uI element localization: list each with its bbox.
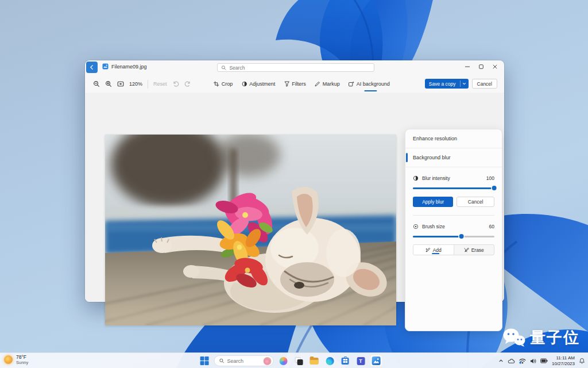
taskbar: 78°F Sunny [0,352,588,368]
task-view-icon [295,357,303,365]
blur-intensity-value: 100 [486,175,494,181]
filters-icon [284,81,289,87]
ai-background-icon [349,81,354,87]
add-brush-button[interactable]: Add [413,245,454,255]
back-button[interactable] [86,62,98,73]
minimize-button[interactable] [461,62,474,72]
battery-icon[interactable] [540,358,548,363]
zoom-level[interactable]: 120% [129,81,142,87]
tray-clock[interactable]: 11:11 AM 10/27/2023 [552,355,575,367]
volume-icon[interactable] [530,358,536,364]
cancel-blur-button[interactable]: Cancel [457,197,494,207]
notification-bell-icon[interactable] [579,358,585,364]
taskbar-teams[interactable]: T [355,355,367,367]
brush-mode-toggle: Add Erase [413,244,494,255]
search-highlight-image [264,357,272,365]
brush-slider-thumb[interactable] [459,234,464,239]
blur-intensity-icon [413,175,419,181]
taskbar-task-view[interactable] [293,355,305,367]
chevron-down-icon [462,82,466,86]
reset-button[interactable]: Reset [153,81,167,87]
tray-chevron-up-icon[interactable] [498,358,504,363]
erase-pen-icon [464,247,469,252]
markup-button[interactable]: Markup [315,75,340,93]
background-blur-section[interactable]: Background blur [405,148,502,167]
selected-section-indicator [406,153,408,162]
photos-window: Filename09.jpg [85,60,504,302]
active-tab-indicator [364,90,377,92]
maximize-icon [479,64,483,69]
watermark-text: 量子位 [530,327,580,348]
desktop: Filename09.jpg [0,0,588,368]
photos-logo-icon [102,63,109,70]
file-tab[interactable]: Filename09.jpg [102,63,147,70]
erase-brush-button[interactable]: Erase [454,245,494,255]
save-a-copy-button[interactable]: Save a copy [425,79,469,89]
edit-toolbar: 120% Reset Crop [85,75,504,93]
edge-icon [326,357,334,365]
network-icon[interactable] [519,358,526,364]
copilot-icon [279,357,287,365]
adjustment-button[interactable]: Adjustment [241,75,275,93]
photo-scene [105,135,396,325]
teams-icon: T [357,357,365,365]
adjustment-icon [241,81,247,87]
back-arrow-icon [89,64,95,70]
cancel-edit-button[interactable]: Cancel [472,79,497,89]
ai-background-button[interactable]: AI background [349,75,390,93]
taskbar-store[interactable] [339,355,351,367]
close-button[interactable] [488,62,502,72]
filters-button[interactable]: Filters [284,75,306,93]
taskbar-search[interactable] [214,355,274,366]
add-pen-icon [425,247,431,252]
blur-intensity-label: Blur intensity [422,175,450,181]
onedrive-cloud-icon[interactable] [508,358,515,364]
edit-canvas: Enhance resolution Background blur Blur … [85,93,504,302]
crop-button[interactable]: Crop [214,75,233,93]
taskbar-edge[interactable] [324,355,336,367]
wechat-icon [502,328,525,347]
qbitai-watermark: 量子位 [502,327,580,348]
filename-label: Filename09.jpg [111,64,147,70]
maximize-button[interactable] [474,62,488,72]
search-icon [221,65,226,71]
titlebar: Filename09.jpg [85,60,504,75]
brush-size-icon [413,224,419,229]
fit-to-window-icon[interactable] [117,80,124,87]
photo-dog[interactable] [105,135,396,325]
zoom-out-icon[interactable] [93,80,100,87]
store-icon [342,358,349,365]
ai-background-panel: Enhance resolution Background blur Blur … [405,129,502,331]
undo-icon[interactable] [172,80,179,87]
redo-icon[interactable] [184,80,191,87]
toolbar-separator [148,80,148,89]
markup-pen-icon [315,81,320,87]
tray-date: 10/27/2023 [552,361,575,367]
start-button[interactable] [199,355,211,367]
taskbar-search-input[interactable] [227,358,261,364]
blur-intensity-slider[interactable] [413,185,494,191]
minimize-icon [465,64,470,69]
file-explorer-icon [310,358,319,365]
system-tray: 11:11 AM 10/27/2023 [498,353,585,368]
taskbar-file-explorer[interactable] [308,355,320,367]
app-search-box[interactable] [217,63,374,72]
weather-condition: Sunny [16,361,28,365]
enhance-resolution-section[interactable]: Enhance resolution [405,129,502,148]
brush-size-label: Brush size [422,224,445,229]
taskbar-search-icon [219,358,225,363]
panel-divider [413,215,494,216]
brush-size-value: 60 [489,224,494,229]
app-search-input[interactable] [229,65,370,71]
weather-widget[interactable]: 78°F Sunny [4,354,28,365]
apply-blur-button[interactable]: Apply blur [413,197,453,207]
photos-icon [372,356,381,365]
taskbar-photos[interactable] [370,355,382,367]
brush-size-slider[interactable] [413,233,494,240]
taskbar-copilot[interactable] [277,355,289,367]
crop-icon [214,81,219,87]
zoom-in-icon[interactable] [105,80,112,87]
tray-time: 11:11 AM [552,355,575,361]
blur-slider-thumb[interactable] [492,186,497,190]
sun-icon [4,355,13,364]
